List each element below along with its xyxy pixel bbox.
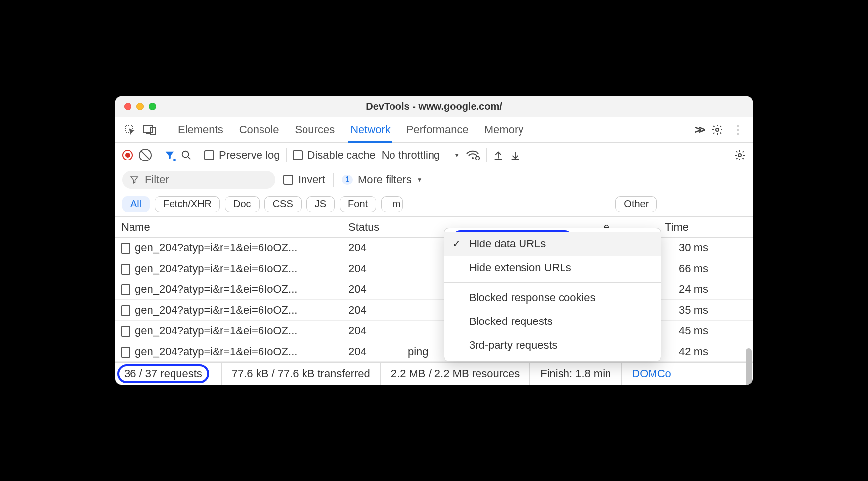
record-button[interactable] [122, 150, 133, 160]
cell-name: gen_204?atyp=i&r=1&ei=6IoOZ... [115, 345, 343, 358]
document-icon [121, 347, 130, 358]
kebab-menu-icon[interactable]: ⋮ [732, 123, 744, 137]
menu-separator [444, 282, 661, 283]
device-toolbar-icon[interactable] [141, 121, 159, 139]
check-icon: ✓ [452, 238, 461, 250]
caret-down-icon: ▼ [454, 152, 460, 159]
disable-cache-checkbox[interactable]: Disable cache [293, 149, 376, 161]
th-status[interactable]: Status [343, 221, 402, 234]
more-filters-dropdown: ✓ Hide data URLs Hide extension URLs Blo… [444, 228, 661, 361]
cell-status: 204 [343, 262, 402, 275]
pill-all[interactable]: All [122, 196, 150, 212]
highlight-requests-count: 36 / 37 requests [117, 364, 209, 383]
minimize-window-button[interactable] [136, 103, 144, 110]
cell-time: 35 ms [659, 304, 718, 317]
th-time[interactable]: Time [659, 221, 718, 234]
close-window-button[interactable] [124, 103, 131, 110]
settings-icon[interactable] [711, 124, 723, 136]
scrollbar-thumb[interactable] [746, 348, 752, 385]
search-icon[interactable] [181, 150, 192, 160]
preserve-log-label: Preserve log [219, 149, 280, 161]
network-conditions-icon[interactable] [466, 149, 480, 161]
filter-toggle-icon[interactable] [164, 150, 175, 160]
cell-name: gen_204?atyp=i&r=1&ei=6IoOZ... [115, 241, 343, 254]
svg-point-5 [472, 157, 474, 159]
svg-point-3 [716, 128, 719, 131]
tabbar: Elements Console Sources Network Perform… [115, 117, 753, 143]
pill-img-cut[interactable]: Im [381, 196, 403, 212]
throttling-label: No throttling [382, 149, 440, 161]
tab-console[interactable]: Console [239, 117, 279, 143]
funnel-icon [130, 175, 139, 184]
invert-label: Invert [298, 173, 325, 186]
menu-blocked-response-cookies[interactable]: Blocked response cookies [444, 286, 661, 310]
menu-3rd-party-requests[interactable]: 3rd-party requests [444, 333, 661, 357]
svg-rect-1 [144, 126, 153, 132]
status-finish: Finish: 1.8 min [530, 363, 622, 385]
window-title: DevTools - www.google.com/ [366, 101, 502, 112]
throttling-select[interactable]: No throttling ▼ [382, 149, 460, 161]
svg-point-7 [738, 154, 741, 157]
document-icon [121, 326, 130, 337]
tab-elements[interactable]: Elements [178, 117, 223, 143]
more-filters-button[interactable]: 1 More filters ▼ [342, 173, 423, 186]
checkbox-icon [293, 150, 303, 160]
status-domcontent: DOMCo [622, 363, 675, 385]
network-settings-icon[interactable] [734, 149, 746, 161]
menu-label: Blocked requests [469, 315, 553, 328]
preserve-log-checkbox[interactable]: Preserve log [204, 149, 280, 161]
cell-name: gen_204?atyp=i&r=1&ei=6IoOZ... [115, 283, 343, 296]
pill-doc[interactable]: Doc [225, 196, 260, 212]
menu-label: 3rd-party requests [469, 339, 558, 352]
document-icon [121, 284, 130, 295]
divider [158, 148, 158, 162]
filter-count-badge: 1 [342, 175, 353, 185]
cell-time: 45 ms [659, 324, 718, 337]
tab-memory[interactable]: Memory [484, 117, 523, 143]
menu-hide-data-urls[interactable]: ✓ Hide data URLs [444, 232, 661, 256]
tab-network[interactable]: Network [350, 117, 391, 143]
menu-label: Blocked response cookies [469, 291, 596, 304]
pill-other[interactable]: Other [615, 196, 657, 212]
devtools-window: DevTools - www.google.com/ Elements Cons… [115, 96, 753, 385]
clear-button[interactable] [139, 149, 152, 161]
divider [486, 148, 487, 162]
download-har-icon[interactable] [510, 150, 521, 160]
tab-performance[interactable]: Performance [406, 117, 469, 143]
more-filters-label: More filters [358, 173, 412, 186]
more-tabs-icon[interactable]: >> [694, 123, 702, 137]
pill-js[interactable]: JS [306, 196, 335, 212]
inspect-element-icon[interactable] [121, 121, 139, 139]
traffic-lights [124, 103, 156, 110]
svg-point-6 [476, 156, 479, 160]
th-name[interactable]: Name [115, 221, 343, 234]
pill-css[interactable]: CSS [264, 196, 302, 212]
menu-label: Hide extension URLs [469, 261, 571, 274]
menu-hide-extension-urls[interactable]: Hide extension URLs [444, 256, 661, 280]
status-requests: 36 / 37 requests [115, 363, 222, 385]
cell-status: 204 [343, 345, 402, 358]
cell-status: 204 [343, 241, 402, 254]
upload-har-icon[interactable] [493, 150, 504, 160]
cell-time: 42 ms [659, 345, 718, 358]
cell-name: gen_204?atyp=i&r=1&ei=6IoOZ... [115, 304, 343, 317]
filter-placeholder: Filter [145, 173, 169, 186]
tab-sources[interactable]: Sources [295, 117, 335, 143]
status-bar: 36 / 37 requests 77.6 kB / 77.6 kB trans… [115, 362, 753, 385]
type-filter-row: All Fetch/XHR Doc CSS JS Font Im Other [115, 192, 753, 217]
pill-font[interactable]: Font [340, 196, 376, 212]
cell-name: gen_204?atyp=i&r=1&ei=6IoOZ... [115, 262, 343, 275]
titlebar: DevTools - www.google.com/ [115, 96, 753, 117]
pill-fetch-xhr[interactable]: Fetch/XHR [155, 196, 220, 212]
invert-checkbox[interactable]: Invert [283, 173, 325, 186]
menu-blocked-requests[interactable]: Blocked requests [444, 310, 661, 333]
cell-time: 24 ms [659, 283, 718, 296]
network-toolbar: Preserve log Disable cache No throttling… [115, 143, 753, 167]
status-transferred: 77.6 kB / 77.6 kB transferred [222, 363, 381, 385]
cell-status: 204 [343, 324, 402, 337]
cell-name: gen_204?atyp=i&r=1&ei=6IoOZ... [115, 324, 343, 337]
maximize-window-button[interactable] [149, 103, 156, 110]
document-icon [121, 243, 130, 254]
filter-input[interactable]: Filter [122, 171, 275, 189]
panel-tabs: Elements Console Sources Network Perform… [178, 117, 693, 143]
